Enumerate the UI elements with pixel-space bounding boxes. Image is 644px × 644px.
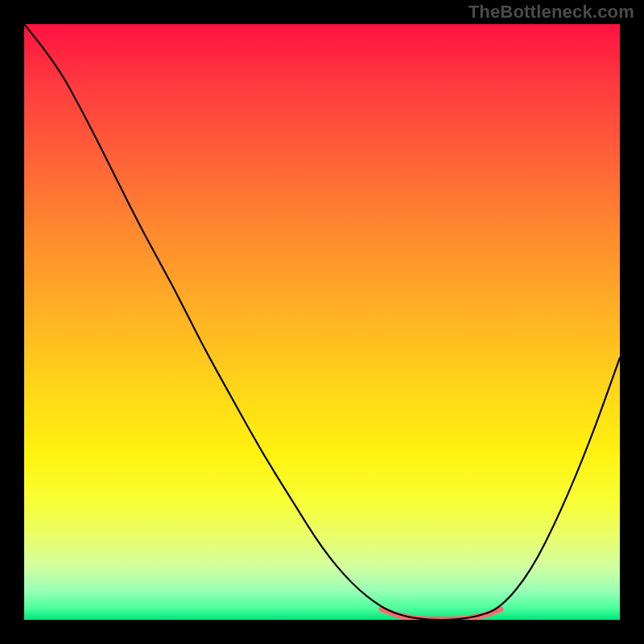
plot-area xyxy=(24,24,620,620)
curve-layer xyxy=(24,24,620,620)
watermark-text: TheBottleneck.com xyxy=(469,2,634,23)
main-curve-path xyxy=(24,24,620,620)
chart-frame: TheBottleneck.com xyxy=(0,0,644,644)
